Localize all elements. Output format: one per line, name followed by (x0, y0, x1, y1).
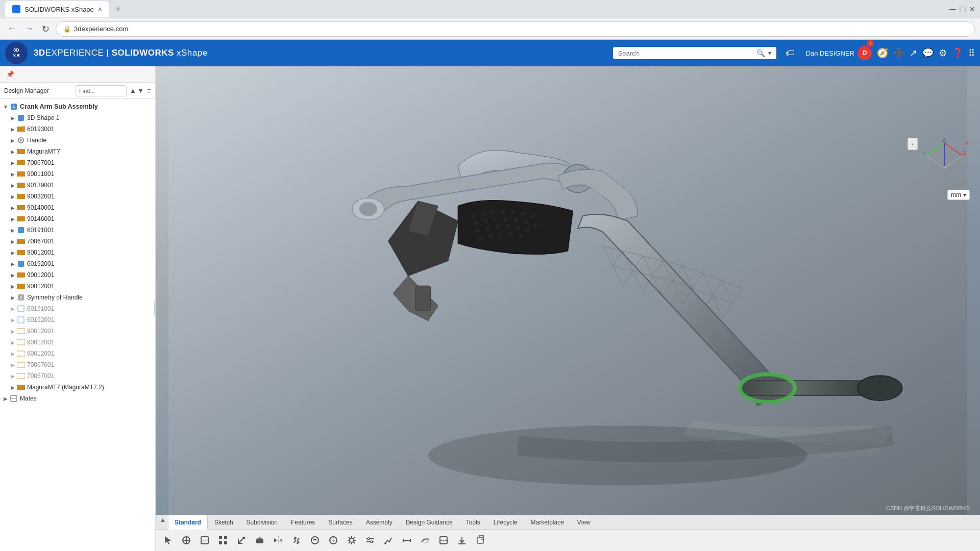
grid-tool[interactable] (215, 532, 231, 548)
tree-expand[interactable]: ▶ (9, 294, 16, 301)
tree-item[interactable]: ▶ 60191001 (0, 224, 155, 236)
tab-assembly[interactable]: Assembly (359, 515, 399, 530)
tab-tools[interactable]: Tools (459, 515, 487, 530)
find-down-button[interactable]: ▼ (137, 87, 144, 94)
tree-expand[interactable]: ▶ (9, 182, 16, 189)
section-tool[interactable] (435, 532, 452, 548)
tree-item[interactable]: ▶ S Symmetry of Handle (0, 292, 155, 303)
tree-expand[interactable]: ▶ (9, 305, 16, 312)
gear-tool[interactable] (344, 532, 360, 548)
settings-tool[interactable] (362, 532, 378, 548)
tree-expand[interactable]: ▶ (9, 238, 16, 245)
tree-expand-root[interactable]: ▼ (2, 103, 9, 110)
browser-tab[interactable]: SOLIDWORKS xShape × (5, 1, 109, 17)
tree-item[interactable]: ▶ 90140001 (0, 202, 155, 213)
tree-root-item[interactable]: ▼ A Crank Arm Sub Assembly (0, 101, 155, 112)
curve-tool[interactable] (307, 532, 323, 548)
back-button[interactable]: ← (5, 21, 18, 36)
tree-expand[interactable]: ▶ (9, 126, 16, 133)
tree-item[interactable]: ▶ 90139001 (0, 180, 155, 191)
tree-item[interactable]: ▶ MaguraMT7 (MaguraMT7.2) (0, 382, 155, 393)
select-tool[interactable] (160, 532, 176, 548)
mirror-tool[interactable] (270, 532, 286, 548)
tree-expand[interactable]: ▶ (9, 283, 16, 290)
tab-sketch[interactable]: Sketch (208, 515, 240, 530)
tab-close-button[interactable]: × (98, 5, 102, 13)
tree-expand-mates[interactable]: ▶ (2, 395, 9, 402)
tree-item[interactable]: ▶ 90011001 (0, 168, 155, 180)
tree-expand[interactable]: ▶ (9, 339, 16, 346)
tree-expand[interactable]: ▶ (9, 227, 16, 234)
header-search-box[interactable]: 🔍 ▾ (613, 47, 776, 59)
help-icon[interactable]: ❓ (952, 47, 963, 59)
tree-expand[interactable]: ▶ (9, 137, 16, 144)
search-dropdown-icon[interactable]: ▾ (768, 49, 771, 57)
compass-header-icon[interactable]: 🧭 (877, 47, 888, 59)
tree-item[interactable]: ▶ 3D Shape 1 (0, 112, 155, 123)
tree-expand[interactable]: ▶ (9, 114, 16, 121)
sidebar-pin-icon[interactable]: 📌 (4, 68, 16, 81)
comment-icon[interactable]: 💬 (922, 47, 934, 59)
share-icon[interactable]: ↗ (910, 47, 917, 59)
tree-expand[interactable]: ▶ (9, 249, 16, 256)
settings-icon[interactable]: ⚙ (939, 47, 947, 59)
tree-expand[interactable]: ▶ (9, 316, 16, 323)
surface-tool[interactable] (417, 532, 433, 548)
refresh-button[interactable]: ↻ (40, 21, 52, 37)
tree-mates-item[interactable]: ▶ Mates (0, 393, 155, 404)
tab-subdivision[interactable]: Subdivision (240, 515, 284, 530)
tab-lifecycle[interactable]: Lifecycle (487, 515, 524, 530)
clip-tool[interactable] (288, 532, 305, 548)
tab-view[interactable]: View (571, 515, 597, 530)
tab-features[interactable]: Features (284, 515, 322, 530)
analysis-tool[interactable] (380, 532, 397, 548)
mesh-tool[interactable] (325, 532, 341, 548)
tree-expand[interactable]: ▶ (9, 148, 16, 155)
tree-item[interactable]: ▶ 90146001 (0, 213, 155, 224)
canvas-area[interactable]: ‹ X Y Z × mm ▾ CSDN @宇喜科技 (156, 66, 980, 551)
tree-expand[interactable]: ▶ (9, 372, 16, 380)
tree-expand[interactable]: ▶ (9, 361, 16, 368)
tab-marketplace[interactable]: Marketplace (524, 515, 570, 530)
tree-expand[interactable]: ▶ (9, 204, 16, 211)
import-tool[interactable] (454, 532, 470, 548)
app-logo[interactable]: 3DY.R (5, 42, 28, 64)
tree-item[interactable]: ▶ 70067001 (0, 370, 155, 382)
tree-item[interactable]: ▶ 70067001 (0, 236, 155, 247)
tree-expand[interactable]: ▶ (9, 260, 16, 267)
search-input[interactable] (618, 49, 753, 57)
unit-selector[interactable]: mm ▾ (947, 190, 970, 200)
new-tab-button[interactable]: + (115, 4, 121, 15)
tree-expand[interactable]: ▶ (9, 271, 16, 279)
tab-surfaces[interactable]: Surfaces (322, 515, 359, 530)
find-up-button[interactable]: ▲ (130, 87, 136, 94)
tag-icon[interactable]: 🏷 (786, 48, 795, 59)
tree-item[interactable]: ▶ 60191001 (0, 303, 155, 314)
tree-item[interactable]: ▶ 70067001 (0, 359, 155, 370)
tree-item[interactable]: ▶ 60192001 (0, 314, 155, 325)
tree-item[interactable]: ▶ Handle (0, 135, 155, 146)
extrude-tool[interactable] (252, 532, 268, 548)
export-tool[interactable] (472, 532, 488, 548)
measure-tool[interactable] (399, 532, 415, 548)
tree-item[interactable]: ▶ MaguraMT7 (0, 146, 155, 157)
window-close-button[interactable]: × (969, 4, 975, 15)
scale-tool[interactable] (233, 532, 250, 548)
address-input[interactable]: 🔒 3dexperience.com (56, 21, 975, 37)
tree-item[interactable]: ▶ 70067001 (0, 157, 155, 168)
filter-button[interactable]: ≡ (147, 87, 151, 95)
tree-item[interactable]: ▶ 60193001 (0, 123, 155, 135)
tree-item[interactable]: ▶ 90012001 (0, 247, 155, 258)
tree-expand[interactable]: ▶ (9, 193, 16, 200)
find-input[interactable] (76, 85, 127, 96)
tree-item[interactable]: ▶ 90012001 (0, 348, 155, 359)
apps-icon[interactable]: ⠿ (968, 47, 975, 59)
tree-item[interactable]: ▶ 90032001 (0, 191, 155, 202)
tree-expand[interactable]: ▶ (9, 170, 16, 178)
user-avatar[interactable]: D (857, 46, 872, 60)
tree-item[interactable]: ▶ 90012001 (0, 269, 155, 281)
tab-design-guidance[interactable]: Design Guidance (399, 515, 459, 530)
tree-expand[interactable]: ▶ (9, 215, 16, 222)
tree-item[interactable]: ▶ 60192001 (0, 258, 155, 269)
forward-button[interactable]: → (22, 21, 36, 36)
